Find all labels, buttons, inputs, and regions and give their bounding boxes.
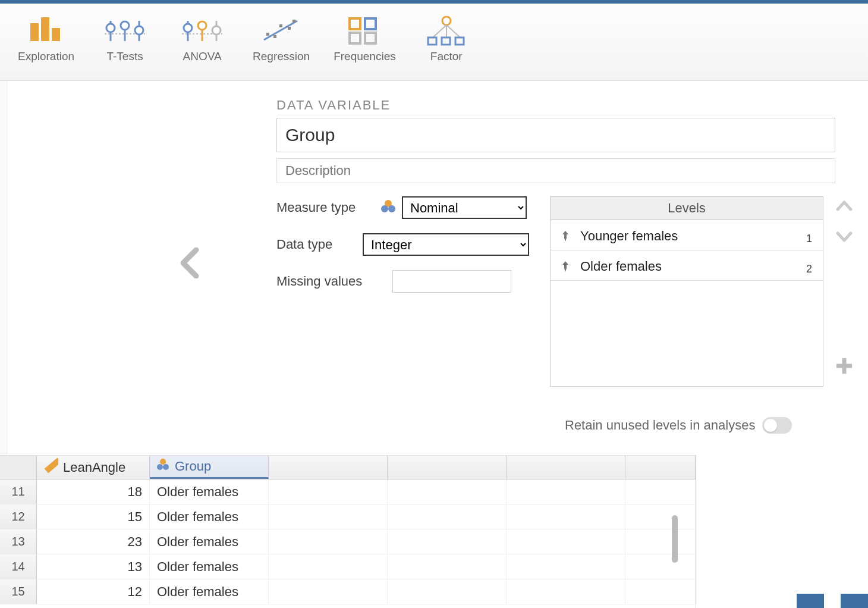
cell-empty[interactable]	[269, 504, 388, 529]
anova-button[interactable]: ANOVA	[175, 14, 229, 63]
row-number[interactable]: 15	[0, 579, 37, 604]
nominal-icon	[156, 457, 170, 475]
column-header-group[interactable]: Group	[150, 456, 269, 479]
row-number[interactable]: 14	[0, 554, 37, 579]
column-header-empty[interactable]	[625, 456, 696, 479]
svg-point-9	[135, 26, 143, 35]
svg-rect-25	[350, 33, 360, 43]
svg-rect-31	[428, 37, 436, 45]
svg-point-12	[184, 24, 192, 32]
svg-rect-39	[45, 458, 58, 473]
svg-point-42	[163, 464, 169, 470]
cell-group[interactable]: Older females	[150, 479, 269, 504]
cell-group[interactable]: Older females	[150, 554, 269, 579]
measure-type-label: Measure type	[276, 200, 380, 215]
pin-icon	[560, 260, 571, 275]
left-edge-strip	[0, 81, 7, 455]
cell-empty[interactable]	[269, 479, 388, 504]
factor-icon	[427, 14, 466, 48]
svg-rect-2	[52, 28, 60, 41]
cell-leanangle[interactable]: 18	[37, 479, 150, 504]
level-add-button[interactable]	[834, 356, 854, 378]
cell-empty[interactable]	[269, 579, 388, 604]
cell-empty[interactable]	[625, 529, 696, 554]
svg-point-36	[388, 205, 395, 212]
svg-rect-33	[455, 37, 464, 45]
cell-empty[interactable]	[507, 479, 625, 504]
factor-button[interactable]: Factor	[420, 14, 473, 63]
panel-title: DATA VARIABLE	[276, 98, 835, 113]
cell-empty[interactable]	[507, 529, 625, 554]
cell-empty[interactable]	[507, 504, 625, 529]
cell-empty[interactable]	[388, 579, 507, 604]
cell-empty[interactable]	[625, 479, 696, 504]
row-number[interactable]: 11	[0, 479, 37, 504]
svg-line-17	[264, 21, 297, 40]
frequencies-button[interactable]: Frequencies	[334, 14, 396, 63]
previous-variable-button[interactable]	[178, 247, 201, 281]
svg-point-7	[121, 21, 129, 30]
cell-empty[interactable]	[388, 504, 507, 529]
results-panel	[696, 455, 868, 608]
svg-point-5	[106, 24, 115, 32]
column-header-empty[interactable]	[388, 456, 507, 479]
svg-point-41	[157, 464, 163, 470]
cell-empty[interactable]	[507, 579, 625, 604]
missing-values-input[interactable]	[392, 270, 511, 293]
levels-header: Levels	[551, 197, 823, 220]
anova-icon	[180, 14, 225, 48]
level-row[interactable]: Younger females 1	[551, 220, 823, 250]
cell-empty[interactable]	[269, 554, 388, 579]
svg-rect-18	[266, 33, 269, 36]
exploration-button[interactable]: Exploration	[18, 14, 74, 63]
nominal-icon	[380, 199, 396, 217]
pin-icon	[560, 230, 571, 245]
svg-point-35	[381, 205, 388, 212]
cell-empty[interactable]	[625, 579, 696, 604]
cell-leanangle[interactable]: 23	[37, 529, 150, 554]
cell-empty[interactable]	[269, 529, 388, 554]
retain-levels-toggle[interactable]	[762, 417, 792, 434]
data-type-select[interactable]: Integer	[363, 233, 529, 256]
cell-group[interactable]: Older females	[150, 529, 269, 554]
level-code: 2	[806, 263, 812, 275]
svg-rect-32	[442, 37, 450, 45]
ttests-button[interactable]: T-Tests	[98, 14, 152, 63]
ttests-icon	[102, 14, 147, 48]
column-header-empty[interactable]	[507, 456, 625, 479]
level-code: 1	[806, 233, 812, 245]
level-row[interactable]: Older females 2	[551, 250, 823, 281]
continuous-icon	[43, 458, 58, 477]
data-type-label: Data type	[276, 237, 363, 252]
svg-rect-22	[293, 20, 295, 23]
row-number[interactable]: 13	[0, 529, 37, 554]
cell-empty[interactable]	[388, 529, 507, 554]
cell-leanangle[interactable]: 12	[37, 579, 150, 604]
regression-icon	[260, 14, 302, 48]
cell-leanangle[interactable]: 15	[37, 504, 150, 529]
cell-empty[interactable]	[625, 504, 696, 529]
measure-type-select[interactable]: Nominal	[402, 196, 527, 219]
cell-empty[interactable]	[507, 554, 625, 579]
row-number[interactable]: 12	[0, 504, 37, 529]
vertical-scrollbar[interactable]	[672, 515, 678, 563]
variable-description-input[interactable]	[276, 158, 835, 183]
svg-line-30	[446, 25, 460, 37]
column-header-leanangle[interactable]: LeanAngle	[37, 456, 150, 479]
cell-empty[interactable]	[388, 479, 507, 504]
exploration-icon	[28, 14, 65, 48]
cell-group[interactable]: Older females	[150, 579, 269, 604]
cell-empty[interactable]	[625, 554, 696, 579]
regression-button[interactable]: Regression	[253, 14, 310, 63]
cell-leanangle[interactable]: 13	[37, 554, 150, 579]
level-move-up-button[interactable]	[834, 196, 854, 219]
analysis-toolbar: Exploration T-Tests ANOVA	[0, 4, 868, 81]
cell-empty[interactable]	[388, 554, 507, 579]
svg-rect-19	[273, 35, 276, 38]
level-move-down-button[interactable]	[834, 226, 854, 249]
variable-name-input[interactable]	[276, 118, 835, 152]
rowhead-corner	[0, 456, 37, 479]
column-header-empty[interactable]	[269, 456, 388, 479]
cell-group[interactable]: Older females	[150, 504, 269, 529]
svg-point-40	[160, 459, 166, 465]
